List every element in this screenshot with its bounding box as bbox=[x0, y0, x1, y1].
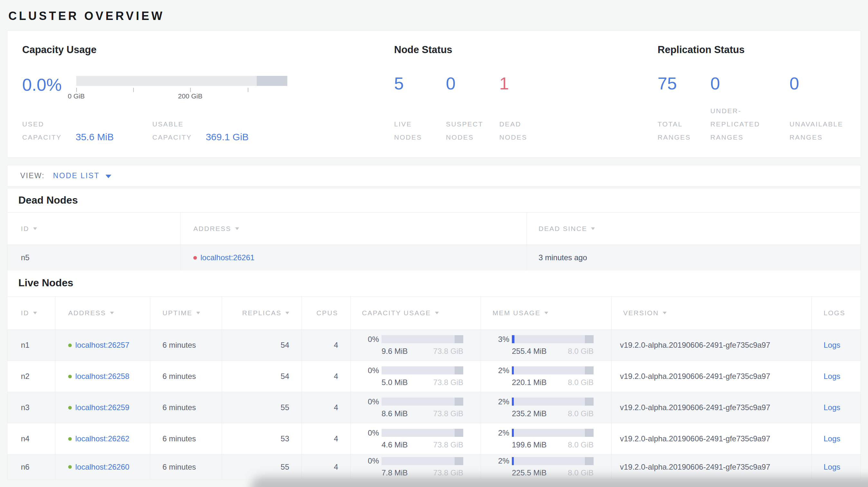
replication-status-section: Replication Status 75 TOTAL RANGES 0 UND… bbox=[653, 31, 861, 157]
sort-arrow-icon bbox=[591, 227, 595, 230]
logs-link[interactable]: Logs bbox=[824, 372, 840, 381]
node-cpus: 4 bbox=[334, 372, 338, 381]
live-node-row: n3 localhost:26259 6 minutes 55 4 0% 8.6… bbox=[7, 392, 861, 423]
capacity-mini-bar bbox=[381, 335, 463, 343]
view-label: VIEW: bbox=[20, 171, 45, 180]
node-id: n1 bbox=[21, 340, 30, 350]
total-ranges-stat: 75 TOTAL RANGES bbox=[658, 75, 710, 144]
unavailable-label-line2: RANGES bbox=[789, 131, 843, 144]
dead-node-address-link[interactable]: localhost:26261 bbox=[200, 253, 254, 262]
node-uptime: 6 minutes bbox=[162, 462, 196, 472]
logs-link[interactable]: Logs bbox=[824, 434, 840, 443]
node-address-link[interactable]: localhost:26260 bbox=[75, 462, 129, 472]
node-live-dot-icon bbox=[68, 465, 72, 469]
used-capacity-label-line1: USED bbox=[22, 118, 64, 131]
column-header-mem-usage[interactable]: MEM USAGE bbox=[481, 297, 612, 329]
view-selector-bar: VIEW: NODE LIST bbox=[7, 165, 861, 187]
unavailable-ranges-count: 0 bbox=[789, 75, 843, 92]
sort-arrow-icon bbox=[196, 312, 200, 314]
live-nodes-table-header: ID ADDRESS UPTIME REPLICAS CPUS CAPACITY… bbox=[7, 297, 861, 329]
node-version: v19.2.0-alpha.20190606-2491-gfe735c9a97 bbox=[620, 340, 770, 350]
sort-arrow-icon bbox=[33, 312, 37, 314]
column-header-address[interactable]: ADDRESS bbox=[55, 297, 150, 329]
logs-link[interactable]: Logs bbox=[824, 462, 840, 472]
logs-link[interactable]: Logs bbox=[824, 403, 840, 412]
capacity-mini-bar bbox=[381, 366, 463, 375]
live-node-row: n1 localhost:26257 6 minutes 54 4 0% 9.6… bbox=[7, 329, 861, 361]
node-live-dot-icon bbox=[68, 344, 72, 347]
dead-nodes-stat: 1 DEAD NODES bbox=[499, 75, 527, 144]
mem-usage-cell: 3% 255.4 MiB8.0 GiB bbox=[481, 335, 611, 356]
live-nodes-label-line1: LIVE bbox=[394, 118, 446, 131]
column-header-id[interactable]: ID bbox=[7, 297, 55, 329]
capacity-mini-bar bbox=[381, 429, 463, 437]
bottom-overlay-shadow bbox=[251, 477, 868, 487]
usable-capacity-label-line2: CAPACITY bbox=[152, 131, 194, 144]
node-replicas: 54 bbox=[281, 372, 289, 381]
unavailable-ranges-stat: 0 UNAVAILABLE RANGES bbox=[789, 75, 843, 144]
total-ranges-count: 75 bbox=[658, 75, 710, 92]
replication-stats: 75 TOTAL RANGES 0 UNDER- REPLICATED RANG… bbox=[658, 75, 861, 144]
mem-mini-bar bbox=[512, 457, 594, 465]
sort-arrow-icon bbox=[435, 312, 439, 314]
live-nodes-stat: 5 LIVE NODES bbox=[394, 75, 446, 144]
chevron-down-icon[interactable] bbox=[105, 175, 111, 178]
column-header-dead-address[interactable]: ADDRESS bbox=[181, 213, 527, 245]
mem-usage-cell: 2% 199.6 MiB8.0 GiB bbox=[481, 428, 611, 449]
mem-mini-bar bbox=[512, 366, 594, 375]
dead-since-value: 3 minutes ago bbox=[538, 253, 587, 262]
node-live-dot-icon bbox=[68, 406, 72, 410]
sort-arrow-icon bbox=[235, 227, 239, 230]
dead-nodes-heading: Dead Nodes bbox=[7, 189, 861, 212]
cluster-overview-page: CLUSTER OVERVIEW Capacity Usage 0.0% bbox=[0, 0, 868, 480]
used-capacity-label-line2: CAPACITY bbox=[22, 131, 64, 144]
column-header-version[interactable]: VERSION bbox=[612, 297, 812, 329]
node-address-link[interactable]: localhost:26258 bbox=[75, 372, 129, 381]
column-header-replicas[interactable]: REPLICAS bbox=[222, 297, 302, 329]
sort-arrow-icon bbox=[544, 312, 548, 314]
used-capacity-stat: USED CAPACITY 35.6 MiB bbox=[22, 118, 114, 144]
usable-capacity-label-line1: USABLE bbox=[152, 118, 194, 131]
sort-arrow-icon bbox=[33, 227, 37, 230]
capacity-mini-bar bbox=[381, 457, 463, 465]
dead-nodes-label-line1: DEAD bbox=[499, 118, 527, 131]
node-cpus: 4 bbox=[334, 462, 338, 472]
mem-mini-bar bbox=[512, 397, 594, 405]
under-replicated-label-line3: RANGES bbox=[710, 131, 789, 144]
mem-usage-cell: 2% 235.2 MiB8.0 GiB bbox=[481, 397, 611, 418]
logs-link[interactable]: Logs bbox=[824, 340, 840, 350]
node-live-dot-icon bbox=[68, 375, 72, 378]
column-header-capacity-usage[interactable]: CAPACITY USAGE bbox=[351, 297, 481, 329]
node-status-stats: 5 LIVE NODES 0 SUSPECT NODES 1 bbox=[394, 75, 653, 144]
node-cpus: 4 bbox=[334, 403, 338, 412]
node-version: v19.2.0-alpha.20190606-2491-gfe735c9a97 bbox=[620, 372, 770, 381]
suspect-nodes-count: 0 bbox=[446, 75, 499, 92]
node-id: n2 bbox=[21, 372, 30, 381]
capacity-usage-title: Capacity Usage bbox=[22, 44, 386, 55]
node-address-link[interactable]: localhost:26262 bbox=[75, 434, 129, 443]
sort-arrow-icon bbox=[110, 312, 114, 314]
tick-label-200: 200 GiB bbox=[178, 92, 203, 100]
node-cpus: 4 bbox=[334, 340, 338, 350]
node-version: v19.2.0-alpha.20190606-2491-gfe735c9a97 bbox=[620, 403, 770, 412]
view-mode-dropdown[interactable]: NODE LIST bbox=[53, 171, 100, 180]
total-ranges-label-line1: TOTAL bbox=[658, 118, 710, 131]
column-header-dead-id[interactable]: ID bbox=[7, 213, 181, 245]
node-address-link[interactable]: localhost:26259 bbox=[75, 403, 129, 412]
node-live-dot-icon bbox=[68, 437, 72, 441]
column-header-logs: LOGS bbox=[812, 297, 861, 329]
column-header-dead-since[interactable]: DEAD SINCE bbox=[527, 213, 861, 245]
dead-nodes-table-header: ID ADDRESS DEAD SINCE bbox=[7, 213, 861, 245]
node-dead-dot-icon bbox=[193, 256, 197, 260]
node-address-link[interactable]: localhost:26257 bbox=[75, 340, 129, 350]
capacity-bar-tick-labels: 0 GiB 200 GiB bbox=[76, 92, 287, 101]
dead-node-id: n5 bbox=[21, 253, 30, 262]
mem-usage-cell: 2% 220.1 MiB8.0 GiB bbox=[481, 366, 611, 387]
node-uptime: 6 minutes bbox=[162, 403, 196, 412]
capacity-usage-cell: 0% 5.0 MiB73.8 GiB bbox=[351, 366, 480, 387]
node-replicas: 54 bbox=[281, 340, 289, 350]
unavailable-label-line1: UNAVAILABLE bbox=[789, 118, 843, 131]
column-header-uptime[interactable]: UPTIME bbox=[150, 297, 222, 329]
sort-arrow-icon bbox=[285, 312, 289, 314]
node-replicas: 55 bbox=[281, 403, 289, 412]
